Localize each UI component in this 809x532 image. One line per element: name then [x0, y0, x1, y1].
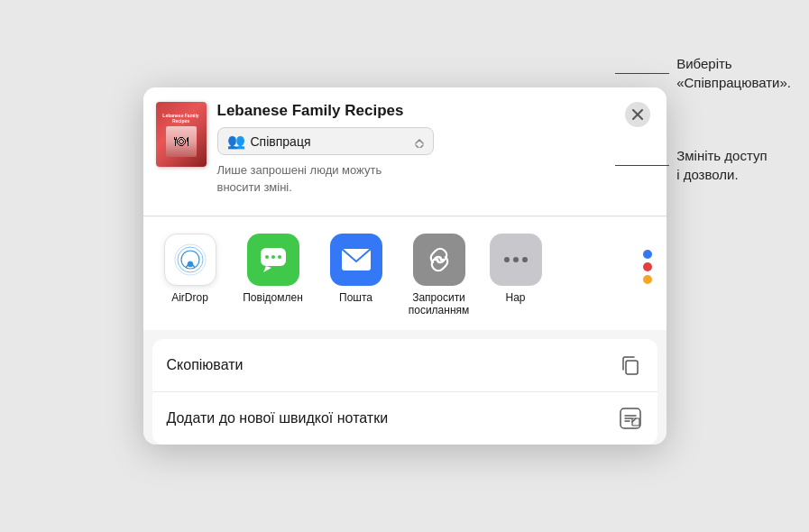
- apps-section: AirDrop Повідомлен: [143, 217, 667, 330]
- book-cover: Lebanese Family Recipes 🍽: [156, 102, 207, 167]
- app-item-airdrop[interactable]: AirDrop: [158, 234, 223, 304]
- dot-blue: [643, 250, 652, 259]
- svg-point-11: [271, 255, 275, 259]
- collab-people-icon: 👥: [227, 133, 245, 150]
- access-text: Лише запрошені люди можутьвносити зміні.: [217, 162, 614, 195]
- quicknote-label: Додати до нової швидкої нотатки: [167, 410, 389, 427]
- airdrop-label: AirDrop: [171, 291, 208, 304]
- svg-marker-9: [263, 266, 271, 272]
- invite-link-icon: [413, 234, 465, 286]
- svg-rect-14: [626, 361, 638, 374]
- annotation-1-text: Виберіть«Співпрацювати».: [676, 54, 791, 92]
- more-icon: [490, 234, 542, 286]
- svg-point-12: [278, 255, 281, 259]
- mail-label: Пошта: [339, 291, 372, 304]
- chevron-updown-icon: [415, 135, 424, 148]
- annotation-1: Виберіть«Співпрацювати».: [615, 54, 791, 92]
- collab-label: Співпраця: [251, 134, 406, 149]
- copy-action[interactable]: Скопіювати: [152, 339, 657, 392]
- messages-label: Повідомлен: [243, 291, 303, 304]
- share-panel: Lebanese Family Recipes 🍽 Lebanese Famil…: [143, 87, 667, 444]
- collab-dropdown[interactable]: 👥 Співпраця: [217, 127, 434, 155]
- dot-red: [643, 262, 652, 271]
- header: Lebanese Family Recipes 🍽 Lebanese Famil…: [143, 87, 667, 216]
- annotation-2: Змініть доступі дозволи.: [615, 146, 791, 184]
- app-item-invite[interactable]: Запроситипосиланням: [407, 234, 472, 317]
- svg-point-10: [265, 255, 269, 259]
- invite-label: Запроситипосиланням: [409, 291, 470, 317]
- actions-section: Скопіювати Додати до нової швидкої нотат…: [152, 339, 657, 445]
- app-item-messages[interactable]: Повідомлен: [241, 234, 306, 304]
- mail-icon: [330, 234, 382, 286]
- app-item-mail[interactable]: Пошта: [324, 234, 389, 304]
- app-item-more[interactable]: Нар: [490, 234, 542, 304]
- more-label: Нар: [505, 291, 525, 304]
- dot-orange: [643, 275, 652, 284]
- copy-icon: [618, 353, 643, 378]
- airdrop-icon: [164, 234, 216, 286]
- annotations: Виберіть«Співпрацювати». Змініть доступі…: [615, 54, 791, 184]
- svg-point-4: [175, 244, 206, 275]
- annotation-2-text: Змініть доступі дозволи.: [676, 146, 767, 184]
- copy-label: Скопіювати: [167, 357, 244, 373]
- doc-title: Lebanese Family Recipes: [217, 102, 614, 120]
- quicknote-action[interactable]: Додати до нової швидкої нотатки: [152, 392, 657, 445]
- messages-icon: [247, 234, 299, 286]
- side-dots: [643, 234, 652, 284]
- svg-rect-16: [632, 418, 639, 426]
- quicknote-icon: [618, 406, 643, 431]
